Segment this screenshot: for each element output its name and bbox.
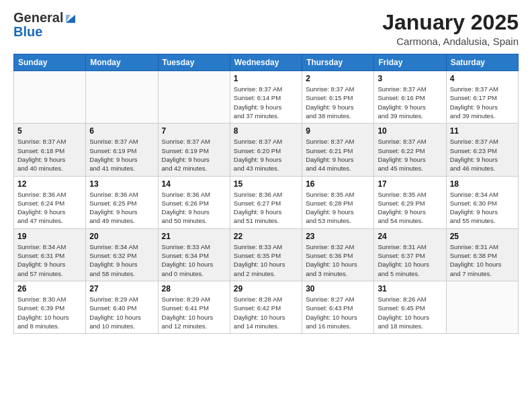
- day-info: Sunrise: 8:26 AM Sunset: 6:45 PM Dayligh…: [378, 295, 442, 330]
- calendar-cell: 24Sunrise: 8:31 AM Sunset: 6:37 PM Dayli…: [374, 228, 446, 281]
- calendar-cell: 2Sunrise: 8:37 AM Sunset: 6:15 PM Daylig…: [302, 71, 374, 124]
- calendar-week-3: 12Sunrise: 8:36 AM Sunset: 6:24 PM Dayli…: [14, 176, 519, 228]
- calendar-cell: 5Sunrise: 8:37 AM Sunset: 6:18 PM Daylig…: [14, 124, 86, 176]
- calendar-week-4: 19Sunrise: 8:34 AM Sunset: 6:31 PM Dayli…: [14, 228, 519, 281]
- calendar-cell: 19Sunrise: 8:34 AM Sunset: 6:31 PM Dayli…: [14, 228, 86, 281]
- calendar-cell: 20Sunrise: 8:34 AM Sunset: 6:32 PM Dayli…: [86, 228, 158, 281]
- day-number: 16: [306, 179, 370, 189]
- day-number: 30: [306, 284, 370, 293]
- day-info: Sunrise: 8:33 AM Sunset: 6:34 PM Dayligh…: [162, 242, 226, 278]
- day-info: Sunrise: 8:30 AM Sunset: 6:39 PM Dayligh…: [17, 295, 82, 330]
- calendar-location: Carmona, Andalusia, Spain: [382, 36, 519, 47]
- col-monday: Monday: [86, 54, 158, 71]
- day-info: Sunrise: 8:34 AM Sunset: 6:31 PM Dayligh…: [17, 242, 82, 278]
- day-number: 24: [378, 232, 442, 241]
- day-info: Sunrise: 8:37 AM Sunset: 6:20 PM Dayligh…: [234, 137, 298, 173]
- calendar-header-row: Sunday Monday Tuesday Wednesday Thursday…: [14, 54, 519, 71]
- logo-triangle-icon: [64, 12, 77, 24]
- day-info: Sunrise: 8:29 AM Sunset: 6:41 PM Dayligh…: [162, 295, 226, 330]
- day-info: Sunrise: 8:37 AM Sunset: 6:22 PM Dayligh…: [378, 137, 442, 173]
- col-saturday: Saturday: [446, 54, 518, 71]
- calendar-cell: 26Sunrise: 8:30 AM Sunset: 6:39 PM Dayli…: [14, 281, 86, 333]
- day-info: Sunrise: 8:31 AM Sunset: 6:38 PM Dayligh…: [450, 242, 515, 278]
- calendar-cell: 31Sunrise: 8:26 AM Sunset: 6:45 PM Dayli…: [374, 281, 446, 333]
- day-info: Sunrise: 8:37 AM Sunset: 6:19 PM Dayligh…: [89, 137, 154, 173]
- day-number: 3: [378, 74, 442, 83]
- calendar-cell: 11Sunrise: 8:37 AM Sunset: 6:23 PM Dayli…: [446, 124, 518, 176]
- day-number: 7: [162, 126, 226, 136]
- day-info: Sunrise: 8:27 AM Sunset: 6:43 PM Dayligh…: [306, 295, 370, 330]
- day-number: 18: [450, 179, 515, 189]
- day-number: 25: [450, 232, 515, 241]
- col-friday: Friday: [374, 54, 446, 71]
- calendar-cell: 22Sunrise: 8:33 AM Sunset: 6:35 PM Dayli…: [230, 228, 302, 281]
- day-number: 9: [306, 126, 370, 136]
- col-tuesday: Tuesday: [158, 54, 230, 71]
- calendar-week-5: 26Sunrise: 8:30 AM Sunset: 6:39 PM Dayli…: [14, 281, 519, 333]
- calendar-cell: [86, 71, 158, 124]
- day-info: Sunrise: 8:34 AM Sunset: 6:30 PM Dayligh…: [450, 190, 515, 226]
- calendar-cell: 10Sunrise: 8:37 AM Sunset: 6:22 PM Dayli…: [374, 124, 446, 176]
- calendar-cell: 7Sunrise: 8:37 AM Sunset: 6:19 PM Daylig…: [158, 124, 230, 176]
- day-number: 15: [234, 179, 298, 189]
- day-info: Sunrise: 8:37 AM Sunset: 6:21 PM Dayligh…: [306, 137, 370, 173]
- calendar-cell: 18Sunrise: 8:34 AM Sunset: 6:30 PM Dayli…: [446, 176, 518, 228]
- calendar-cell: [14, 71, 86, 124]
- calendar-table: Sunday Monday Tuesday Wednesday Thursday…: [13, 54, 519, 334]
- header: General Blue January 2025 Carmona, Andal…: [13, 11, 519, 47]
- day-number: 23: [306, 232, 370, 241]
- day-info: Sunrise: 8:28 AM Sunset: 6:42 PM Dayligh…: [234, 295, 298, 330]
- day-number: 31: [378, 284, 442, 293]
- calendar-week-1: 1Sunrise: 8:37 AM Sunset: 6:14 PM Daylig…: [14, 71, 519, 124]
- calendar-cell: 13Sunrise: 8:36 AM Sunset: 6:25 PM Dayli…: [86, 176, 158, 228]
- day-number: 2: [306, 74, 370, 83]
- day-info: Sunrise: 8:31 AM Sunset: 6:37 PM Dayligh…: [378, 242, 442, 278]
- calendar-cell: 17Sunrise: 8:35 AM Sunset: 6:29 PM Dayli…: [374, 176, 446, 228]
- day-number: 14: [162, 179, 226, 189]
- day-number: 29: [234, 284, 298, 293]
- col-thursday: Thursday: [302, 54, 374, 71]
- calendar-cell: 29Sunrise: 8:28 AM Sunset: 6:42 PM Dayli…: [230, 281, 302, 333]
- day-number: 27: [89, 284, 154, 293]
- day-number: 4: [450, 74, 515, 83]
- calendar-title: January 2025: [382, 11, 519, 34]
- calendar-cell: 25Sunrise: 8:31 AM Sunset: 6:38 PM Dayli…: [446, 228, 518, 281]
- day-number: 13: [89, 179, 154, 189]
- day-number: 6: [89, 126, 154, 136]
- day-number: 12: [17, 179, 82, 189]
- day-number: 10: [378, 126, 442, 136]
- day-info: Sunrise: 8:37 AM Sunset: 6:23 PM Dayligh…: [450, 137, 515, 173]
- day-info: Sunrise: 8:35 AM Sunset: 6:28 PM Dayligh…: [306, 190, 370, 226]
- calendar-cell: [158, 71, 230, 124]
- calendar-cell: 15Sunrise: 8:36 AM Sunset: 6:27 PM Dayli…: [230, 176, 302, 228]
- day-number: 19: [17, 232, 82, 241]
- calendar-cell: 12Sunrise: 8:36 AM Sunset: 6:24 PM Dayli…: [14, 176, 86, 228]
- day-number: 20: [89, 232, 154, 241]
- calendar-cell: 8Sunrise: 8:37 AM Sunset: 6:20 PM Daylig…: [230, 124, 302, 176]
- day-info: Sunrise: 8:36 AM Sunset: 6:26 PM Dayligh…: [162, 190, 226, 226]
- day-number: 22: [234, 232, 298, 241]
- day-info: Sunrise: 8:33 AM Sunset: 6:35 PM Dayligh…: [234, 242, 298, 278]
- calendar-cell: [446, 281, 518, 333]
- day-info: Sunrise: 8:29 AM Sunset: 6:40 PM Dayligh…: [89, 295, 154, 330]
- day-number: 11: [450, 126, 515, 136]
- calendar-cell: 14Sunrise: 8:36 AM Sunset: 6:26 PM Dayli…: [158, 176, 230, 228]
- day-number: 8: [234, 126, 298, 136]
- calendar-cell: 6Sunrise: 8:37 AM Sunset: 6:19 PM Daylig…: [86, 124, 158, 176]
- calendar-cell: 30Sunrise: 8:27 AM Sunset: 6:43 PM Dayli…: [302, 281, 374, 333]
- day-info: Sunrise: 8:37 AM Sunset: 6:16 PM Dayligh…: [378, 85, 442, 120]
- calendar-cell: 23Sunrise: 8:32 AM Sunset: 6:36 PM Dayli…: [302, 228, 374, 281]
- day-info: Sunrise: 8:37 AM Sunset: 6:15 PM Dayligh…: [306, 85, 370, 120]
- logo: General Blue: [13, 11, 77, 39]
- day-info: Sunrise: 8:36 AM Sunset: 6:25 PM Dayligh…: [89, 190, 154, 226]
- calendar-cell: 28Sunrise: 8:29 AM Sunset: 6:41 PM Dayli…: [158, 281, 230, 333]
- calendar-cell: 16Sunrise: 8:35 AM Sunset: 6:28 PM Dayli…: [302, 176, 374, 228]
- logo-general-text: General: [13, 11, 63, 25]
- title-block: January 2025 Carmona, Andalusia, Spain: [382, 11, 519, 47]
- logo-blue-text: Blue: [13, 25, 77, 39]
- day-info: Sunrise: 8:36 AM Sunset: 6:24 PM Dayligh…: [17, 190, 82, 226]
- calendar-week-2: 5Sunrise: 8:37 AM Sunset: 6:18 PM Daylig…: [14, 124, 519, 176]
- day-info: Sunrise: 8:37 AM Sunset: 6:14 PM Dayligh…: [234, 85, 298, 120]
- col-sunday: Sunday: [14, 54, 86, 71]
- day-info: Sunrise: 8:34 AM Sunset: 6:32 PM Dayligh…: [89, 242, 154, 278]
